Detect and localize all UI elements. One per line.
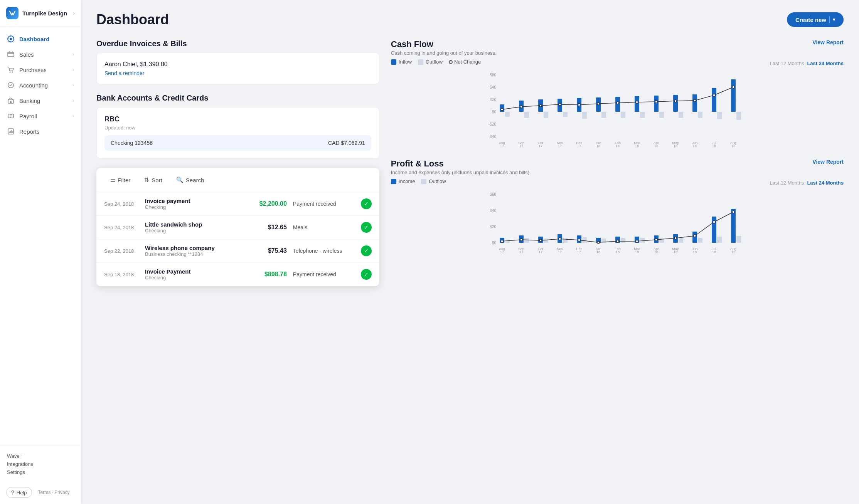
- pl-12months[interactable]: Last 12 Months: [770, 180, 804, 186]
- svg-rect-118: [698, 238, 702, 243]
- sidebar-footer-wave-plus[interactable]: Wave+: [7, 452, 74, 460]
- svg-rect-31: [673, 95, 678, 112]
- svg-text:17: 17: [577, 144, 581, 148]
- sales-icon: [7, 50, 15, 58]
- help-button[interactable]: ? Help: [6, 487, 32, 498]
- sidebar-footer-integrations[interactable]: Integrations: [7, 460, 74, 468]
- svg-text:18: 18: [596, 250, 600, 254]
- transaction-row[interactable]: Sep 24, 2018 Invoice payment Checking $2…: [96, 192, 379, 216]
- filter-button[interactable]: ⚌ Filter: [104, 173, 136, 186]
- sidebar-item-sales[interactable]: Sales ›: [0, 47, 81, 62]
- sidebar-item-purchases[interactable]: Purchases ›: [0, 62, 81, 77]
- right-column: Cash Flow Cash coming in and going out o…: [391, 39, 844, 286]
- pl-24months[interactable]: Last 24 Months: [807, 180, 844, 186]
- svg-text:18: 18: [712, 144, 716, 148]
- svg-text:18: 18: [693, 250, 697, 254]
- main-header: Dashboard Create new ▾: [96, 12, 844, 28]
- transaction-check-icon: ✓: [361, 198, 372, 209]
- sidebar-item-label-purchases: Purchases: [19, 67, 47, 73]
- transaction-row[interactable]: Sep 22, 2018 Wireless phone company Busi…: [96, 239, 379, 263]
- sidebar: Turnpike Design › Dashboard: [0, 0, 81, 504]
- svg-point-121: [501, 240, 503, 242]
- pl-outflow-label: Outflow: [429, 178, 446, 184]
- sidebar-item-reports[interactable]: Reports: [0, 124, 81, 139]
- create-new-button[interactable]: Create new ▾: [787, 12, 844, 27]
- cashflow-chart-svg: $60 $40 $20 $0 -$20 -$40: [391, 71, 844, 148]
- transaction-row[interactable]: Sep 18, 2018 Invoice Payment Checking $8…: [96, 263, 379, 286]
- svg-point-58: [694, 99, 696, 102]
- purchases-chevron-icon: ›: [72, 67, 74, 72]
- profit-loss-chart: $60 $40 $20 $0: [391, 190, 844, 267]
- svg-point-128: [636, 240, 638, 242]
- svg-rect-44: [679, 112, 683, 118]
- terms-link[interactable]: Terms: [38, 490, 51, 495]
- svg-point-60: [732, 86, 734, 88]
- transaction-row[interactable]: Sep 24, 2018 Little sandwich shop Checki…: [96, 216, 379, 239]
- transaction-account: Checking: [145, 204, 246, 210]
- svg-rect-43: [659, 112, 664, 118]
- svg-text:18: 18: [635, 144, 639, 148]
- svg-text:18: 18: [693, 144, 697, 148]
- profit-loss-title: Profit & Loss: [391, 159, 531, 169]
- sidebar-footer-settings[interactable]: Settings: [7, 468, 74, 476]
- svg-rect-112: [582, 237, 587, 243]
- svg-point-3: [10, 72, 11, 73]
- sidebar-brand[interactable]: Turnpike Design ›: [0, 0, 81, 27]
- svg-text:17: 17: [539, 250, 542, 254]
- inflow-dot: [391, 59, 396, 65]
- transaction-account: Checking: [145, 228, 246, 234]
- transaction-date: Sep 24, 2018: [104, 225, 139, 230]
- filter-label: Filter: [118, 177, 130, 183]
- svg-rect-106: [712, 217, 716, 243]
- brand-name: Turnpike Design: [22, 10, 67, 17]
- svg-rect-29: [635, 96, 639, 112]
- cashflow-24months[interactable]: Last 24 Months: [807, 60, 844, 66]
- bank-account-row[interactable]: Checking 123456 CAD $7,062.91: [104, 135, 371, 151]
- transaction-date: Sep 22, 2018: [104, 248, 139, 254]
- svg-text:$20: $20: [490, 225, 496, 229]
- transaction-name: Invoice Payment: [145, 268, 246, 275]
- brand-logo: [6, 7, 19, 19]
- svg-point-133: [732, 211, 734, 213]
- privacy-link[interactable]: Privacy: [54, 490, 69, 495]
- svg-text:18: 18: [674, 250, 677, 254]
- svg-point-50: [539, 104, 542, 107]
- svg-point-131: [694, 235, 696, 237]
- svg-rect-115: [640, 238, 645, 243]
- cashflow-legend-row: Inflow Outflow Net Change Last 12 Months: [391, 59, 844, 68]
- cashflow-view-report-link[interactable]: View Report: [812, 39, 844, 45]
- svg-text:$20: $20: [490, 97, 496, 102]
- separator: ·: [52, 490, 53, 495]
- svg-text:18: 18: [616, 144, 620, 148]
- sidebar-item-accounting[interactable]: Accounting ›: [0, 77, 81, 93]
- transaction-check-icon: ✓: [361, 222, 372, 233]
- cashflow-12months[interactable]: Last 12 Months: [770, 60, 804, 66]
- search-button[interactable]: 🔍 Search: [170, 173, 211, 186]
- svg-text:18: 18: [712, 250, 716, 254]
- sidebar-item-dashboard[interactable]: Dashboard: [0, 31, 81, 47]
- profit-loss-view-report-link[interactable]: View Report: [812, 159, 844, 165]
- transaction-description: Invoice payment Checking: [145, 198, 246, 210]
- sort-icon: ⇅: [144, 176, 149, 183]
- sort-button[interactable]: ⇅ Sort: [138, 173, 168, 186]
- overdue-section-title: Overdue Invoices & Bills: [96, 39, 379, 48]
- account-balance: CAD $7,062.91: [328, 140, 365, 146]
- bank-updated: Updated: now: [104, 125, 371, 131]
- svg-rect-116: [659, 238, 664, 243]
- send-reminder-link[interactable]: Send a reminder: [104, 70, 371, 76]
- account-name: Checking 123456: [111, 140, 153, 146]
- transaction-amount: $898.78: [252, 271, 287, 278]
- svg-text:17: 17: [539, 144, 542, 148]
- svg-point-130: [674, 237, 677, 239]
- outflow-dot: [418, 59, 423, 65]
- svg-rect-34: [731, 79, 736, 112]
- banking-icon: [7, 97, 15, 104]
- svg-point-123: [539, 239, 542, 242]
- svg-point-122: [520, 239, 522, 241]
- legend-net-change: Net Change: [449, 59, 481, 65]
- svg-point-4: [12, 72, 13, 73]
- svg-point-52: [578, 104, 580, 106]
- sidebar-item-payroll[interactable]: Payroll ›: [0, 108, 81, 124]
- sort-label: Sort: [152, 177, 162, 183]
- sidebar-item-banking[interactable]: Banking ›: [0, 93, 81, 108]
